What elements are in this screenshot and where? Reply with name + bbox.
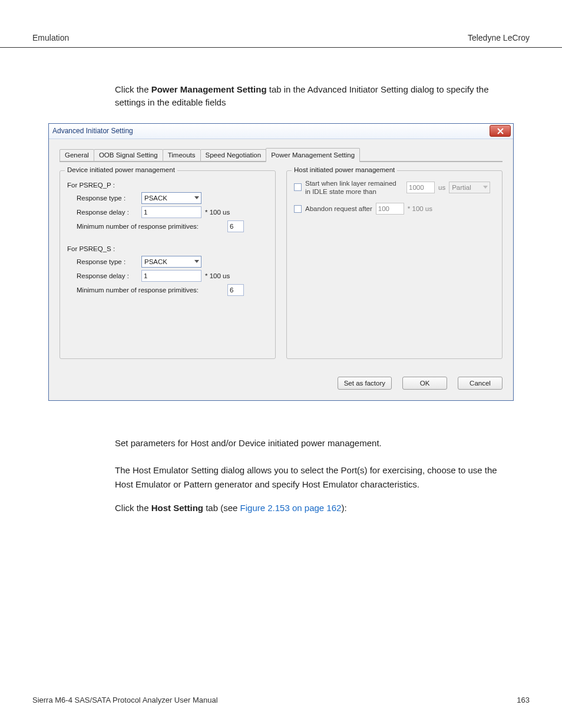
start-idle-mode-value: Partial [452,184,471,191]
intro-pre: Click the [115,84,151,94]
psreq-p-header: For PSREQ_P : [67,182,268,189]
tab-timeouts[interactable]: Timeouts [163,149,201,162]
psreq-s-header: For PSREQ_S : [67,245,268,252]
start-idle-value-input[interactable]: 1000 [406,182,435,193]
tab-oob-signal-setting[interactable]: OOB Signal Setting [94,149,163,162]
p3-post: ): [341,503,346,513]
start-idle-checkbox[interactable] [294,183,302,191]
psreq-p-min-primitives-label: Minimum number of response primitives: [77,223,224,230]
post-paragraph-3: Click the Host Setting tab (see Figure 2… [115,501,515,515]
p3-bold: Host Setting [151,503,203,513]
footer-left: Sierra M6-4 SAS/SATA Protocol Analyzer U… [32,696,218,704]
tab-power-management-setting[interactable]: Power Management Setting [266,148,360,162]
abandon-request-units: * 100 us [408,205,432,212]
close-icon [497,128,504,134]
advanced-initiator-setting-dialog: Advanced Initiator Setting General OOB S… [48,123,514,401]
abandon-request-label: Abandon request after [305,205,372,213]
psreq-p-response-delay-units: * 100 us [205,209,230,216]
psreq-p-response-delay-label: Response delay : [77,209,138,216]
psreq-s-response-delay-input[interactable]: 1 [141,270,201,282]
start-idle-label: Start when link layer remained in IDLE s… [305,179,403,196]
psreq-p-response-type-select[interactable]: PSACK [141,192,201,204]
chevron-down-icon [194,260,199,263]
ok-button[interactable]: OK [402,377,447,390]
device-initiated-groupbox: Device initiated power management For PS… [59,170,276,359]
device-group-legend: Device initiated power management [65,166,177,173]
page-header-right: Teledyne LeCroy [468,33,530,42]
host-group-legend: Host initiated power management [292,166,397,173]
start-idle-units: us [438,184,445,191]
chevron-down-icon [194,196,199,199]
p3-pre: Click the [115,503,151,513]
chevron-down-icon [483,186,488,189]
abandon-request-value-input[interactable]: 100 [376,203,404,215]
start-idle-mode-select[interactable]: Partial [449,182,490,193]
tab-general[interactable]: General [59,149,94,162]
psreq-p-response-type-value: PSACK [144,195,167,202]
dialog-tabs: General OOB Signal Setting Timeouts Spee… [59,147,503,162]
figure-link[interactable]: Figure 2.153 on page 162 [240,503,342,513]
psreq-s-min-primitives-input[interactable]: 6 [227,284,244,296]
psreq-s-response-type-label: Response type : [77,258,138,265]
psreq-s-response-type-select[interactable]: PSACK [141,256,201,268]
cancel-button[interactable]: Cancel [458,377,503,390]
host-initiated-groupbox: Host initiated power management Start wh… [286,170,503,359]
page-number: 163 [517,696,530,704]
post-paragraph-2: The Host Emulator Setting dialog allows … [115,463,515,492]
dialog-titlebar: Advanced Initiator Setting [49,124,513,139]
psreq-p-min-primitives-input[interactable]: 6 [227,220,244,232]
psreq-s-response-type-value: PSACK [144,258,167,265]
abandon-request-checkbox[interactable] [294,205,302,213]
tab-speed-negotiation[interactable]: Speed Negotiation [200,149,267,162]
close-button[interactable] [490,125,511,137]
psreq-p-response-type-label: Response type : [77,195,138,202]
intro-paragraph: Click the Power Management Setting tab i… [115,83,492,109]
psreq-s-min-primitives-label: Minimum number of response primitives: [77,286,224,294]
p3-mid: tab (see [203,503,240,513]
page-header-left: Emulation [32,33,69,42]
dialog-title: Advanced Initiator Setting [52,127,133,135]
psreq-s-response-delay-units: * 100 us [205,272,230,279]
psreq-s-response-delay-label: Response delay : [77,272,138,279]
psreq-p-response-delay-input[interactable]: 1 [141,206,201,218]
intro-bold: Power Management Setting [151,84,267,94]
set-as-factory-button[interactable]: Set as factory [338,377,392,390]
post-paragraph-1: Set parameters for Host and/or Device in… [115,436,515,450]
